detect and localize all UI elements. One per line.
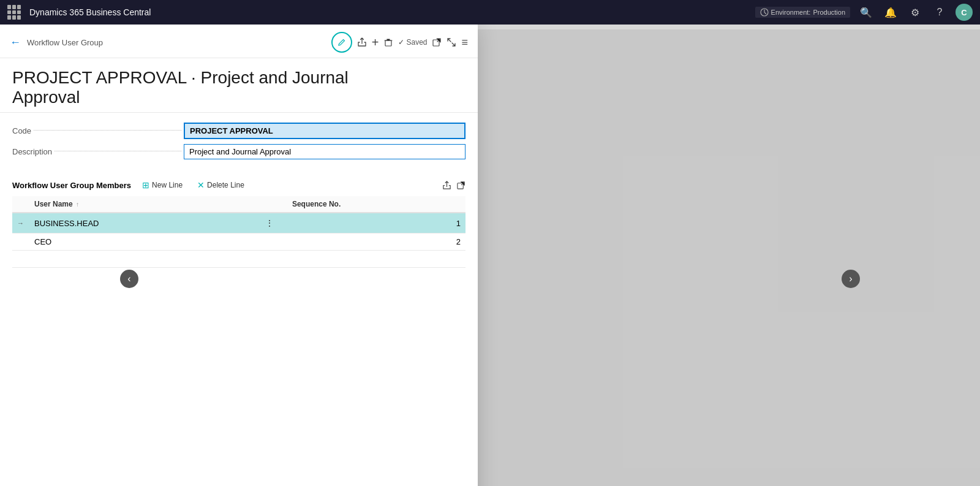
record-title-line2: Approval: [12, 88, 466, 107]
detail-header: ← Workflow User Group + ✓ Saved: [0, 25, 478, 58]
edit-btn[interactable]: [331, 32, 352, 53]
table-section-header: Workflow User Group Members ⊞ New Line ✕…: [12, 179, 466, 191]
open-in-btn[interactable]: [432, 37, 442, 47]
three-dots-cell: ⋮: [257, 213, 287, 234]
saved-status: ✓ Saved: [398, 38, 427, 47]
detail-back-btn[interactable]: ←: [10, 36, 21, 49]
empty-dots: [257, 251, 287, 268]
description-input[interactable]: [184, 144, 466, 159]
row-context-btn[interactable]: ⋮: [262, 217, 277, 229]
record-title-line1: PROJECT APPROVAL · Project and Journal: [12, 68, 466, 88]
empty-seq: [287, 251, 466, 268]
bell-icon[interactable]: 🔔: [882, 4, 899, 21]
form-section: Code Description: [0, 113, 478, 174]
app-grid-icon[interactable]: [7, 5, 22, 20]
three-dots-cell: [257, 234, 287, 251]
top-nav-bar: Dynamics 365 Business Central Environmen…: [0, 0, 980, 25]
svg-rect-7: [385, 40, 391, 46]
delete-line-icon: ✕: [197, 180, 205, 190]
members-section: Workflow User Group Members ⊞ New Line ✕…: [0, 174, 478, 278]
detail-page-title: Workflow User Group: [27, 38, 103, 47]
username-col-header: User Name ↑: [29, 196, 257, 213]
delete-line-btn[interactable]: ✕ Delete Line: [194, 179, 248, 191]
new-line-icon: ⊞: [142, 180, 149, 190]
code-input[interactable]: [184, 123, 466, 139]
saved-label: Saved: [406, 38, 427, 47]
code-label: Code: [12, 126, 184, 135]
description-label: Description: [12, 147, 184, 156]
right-nav-arrow-btn[interactable]: ›: [842, 270, 860, 288]
empty-username[interactable]: [29, 251, 257, 268]
detail-panel: ← Workflow User Group + ✓ Saved: [0, 25, 478, 486]
members-table: User Name ↑ Sequence No. → BUSIN: [12, 196, 466, 268]
new-line-btn[interactable]: ⊞ New Line: [138, 179, 186, 191]
username-cell[interactable]: CEO: [29, 234, 257, 251]
delete-line-label: Delete Line: [207, 181, 244, 189]
record-title: PROJECT APPROVAL · Project and Journal A…: [0, 58, 478, 113]
help-icon[interactable]: ?: [931, 4, 948, 21]
expand-btn[interactable]: [447, 37, 456, 47]
app-title: Dynamics 365 Business Central: [29, 7, 151, 17]
right-nav-arrow-container: ›: [842, 270, 860, 288]
table-row-empty[interactable]: [12, 251, 466, 268]
env-name: Production: [813, 9, 845, 16]
env-label: Environment:: [771, 9, 811, 16]
add-btn-detail[interactable]: +: [372, 36, 379, 50]
code-row: Code: [12, 123, 466, 139]
seq-cell: 2: [287, 234, 466, 251]
sort-arrow: ↑: [76, 201, 79, 208]
new-line-label: New Line: [152, 181, 183, 189]
search-icon[interactable]: 🔍: [858, 4, 875, 21]
table-row[interactable]: → BUSINESS.HEAD ⋮ 1: [12, 213, 466, 234]
empty-arrow: [12, 251, 29, 268]
share-btn[interactable]: [357, 37, 367, 47]
left-nav-arrow-btn[interactable]: ‹: [120, 270, 138, 288]
settings-icon[interactable]: ⚙: [907, 4, 924, 21]
main-layout: GSUS Custom... ▾ 🔍 + Code ↑ BATCH → PROJ…: [0, 0, 980, 486]
detail-actions: + ✓ Saved ≡: [331, 32, 468, 53]
table-share-btn[interactable]: [442, 181, 451, 190]
members-title: Workflow User Group Members: [12, 181, 131, 190]
env-badge: Environment: Production: [755, 7, 850, 18]
dots-col-header: [257, 196, 287, 213]
menu-icon[interactable]: ≡: [461, 36, 468, 49]
row-arrow: [12, 234, 29, 251]
table-row[interactable]: CEO 2: [12, 234, 466, 251]
description-row: Description: [12, 144, 466, 159]
modal-overlay: ← Workflow User Group + ✓ Saved: [0, 0, 980, 486]
avatar[interactable]: C: [956, 4, 973, 21]
username-cell[interactable]: BUSINESS.HEAD: [29, 213, 257, 234]
table-expand-btn[interactable]: [456, 181, 466, 190]
row-arrow: →: [12, 213, 29, 234]
table-header-row: User Name ↑ Sequence No.: [12, 196, 466, 213]
table-open-icons: [442, 181, 466, 190]
arrow-col-header: [12, 196, 29, 213]
left-nav-arrow-container: ‹: [120, 270, 138, 288]
top-nav-right: Environment: Production 🔍 🔔 ⚙ ? C: [755, 4, 973, 21]
seq-cell: 1: [287, 213, 466, 234]
seq-col-header: Sequence No.: [287, 196, 466, 213]
delete-btn[interactable]: [383, 37, 393, 47]
